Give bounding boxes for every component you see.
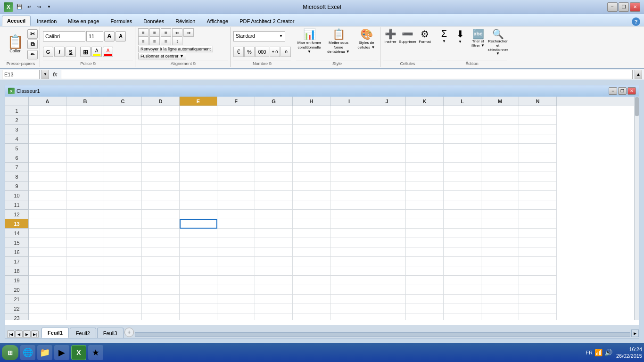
cell-C2[interactable] <box>104 115 142 125</box>
cell-C15[interactable] <box>104 238 142 247</box>
row-header-4[interactable]: 4 <box>5 134 29 144</box>
cell-K10[interactable] <box>406 191 444 200</box>
cell-F4[interactable] <box>217 134 255 144</box>
cell-N14[interactable] <box>519 229 557 238</box>
cell-I21[interactable] <box>330 295 368 304</box>
cell-G13[interactable] <box>255 219 293 229</box>
cell-M9[interactable] <box>481 181 519 191</box>
cell-L15[interactable] <box>444 238 481 247</box>
cell-B5[interactable] <box>66 144 104 153</box>
cell-E4[interactable] <box>180 134 217 144</box>
cell-B10[interactable] <box>66 191 104 200</box>
cell-L6[interactable] <box>444 153 481 163</box>
cell-F8[interactable] <box>217 172 255 181</box>
cell-E11[interactable] <box>180 200 217 210</box>
cell-M21[interactable] <box>481 295 519 304</box>
cell-L21[interactable] <box>444 295 481 304</box>
cell-H16[interactable] <box>293 247 330 257</box>
font-size-input[interactable] <box>86 31 103 41</box>
align-top-left-btn[interactable]: ≡ <box>138 28 149 37</box>
cell-K9[interactable] <box>406 181 444 191</box>
cell-F6[interactable] <box>217 153 255 163</box>
cell-I17[interactable] <box>330 257 368 266</box>
cell-H18[interactable] <box>293 266 330 276</box>
cell-L17[interactable] <box>444 257 481 266</box>
cell-N6[interactable] <box>519 153 557 163</box>
tab-insertion[interactable]: Insertion <box>32 16 62 26</box>
cell-M6[interactable] <box>481 153 519 163</box>
cell-B19[interactable] <box>66 276 104 285</box>
cell-D11[interactable] <box>142 200 180 210</box>
cell-M20[interactable] <box>481 285 519 295</box>
tab-donnees[interactable]: Données <box>138 16 169 26</box>
cell-N22[interactable] <box>519 304 557 313</box>
row-header-17[interactable]: 17 <box>5 257 29 266</box>
shrink-font-btn[interactable]: A <box>116 31 126 41</box>
col-header-M[interactable]: M <box>481 97 519 106</box>
cell-B1[interactable] <box>66 106 104 115</box>
cell-B16[interactable] <box>66 247 104 257</box>
border-btn[interactable]: ⊞ <box>80 47 91 57</box>
cell-F7[interactable] <box>217 163 255 172</box>
tab-scroll-right-btn[interactable]: ▶ <box>631 329 639 337</box>
cell-H8[interactable] <box>293 172 330 181</box>
row-header-10[interactable]: 10 <box>5 191 29 200</box>
cell-N15[interactable] <box>519 238 557 247</box>
cell-F21[interactable] <box>217 295 255 304</box>
increase-decimal-btn[interactable]: +.0 <box>270 47 280 57</box>
trier-btn[interactable]: 🔤 Trier etfiltrer ▼ <box>469 28 487 48</box>
cell-M16[interactable] <box>481 247 519 257</box>
cell-D17[interactable] <box>142 257 180 266</box>
cell-J17[interactable] <box>368 257 406 266</box>
tab-affichage[interactable]: Affichage <box>201 16 233 26</box>
cell-F10[interactable] <box>217 191 255 200</box>
alignement-expand-icon[interactable]: ⧉ <box>193 61 196 66</box>
conditional-format-btn[interactable]: 📊 Mise en formeconditionnelle ▼ <box>296 28 322 54</box>
cell-M10[interactable] <box>481 191 519 200</box>
cell-H7[interactable] <box>293 163 330 172</box>
cell-I3[interactable] <box>330 125 368 134</box>
cell-J16[interactable] <box>368 247 406 257</box>
cell-I22[interactable] <box>330 304 368 313</box>
cell-G3[interactable] <box>255 125 293 134</box>
cell-E14[interactable] <box>180 229 217 238</box>
cell-I1[interactable] <box>330 106 368 115</box>
cell-A6[interactable] <box>29 153 66 163</box>
cell-N11[interactable] <box>519 200 557 210</box>
cell-G14[interactable] <box>255 229 293 238</box>
row-header-20[interactable]: 20 <box>5 285 29 295</box>
cell-M13[interactable] <box>481 219 519 229</box>
cell-E20[interactable] <box>180 285 217 295</box>
wrap-text-btn[interactable]: Renvoyer à la ligne automatiquement <box>138 46 213 52</box>
row-header-7[interactable]: 7 <box>5 163 29 172</box>
taskbar-excel-btn[interactable]: X <box>71 345 86 360</box>
cell-B11[interactable] <box>66 200 104 210</box>
minimize-button[interactable]: − <box>607 2 618 12</box>
cell-A15[interactable] <box>29 238 66 247</box>
cell-J2[interactable] <box>368 115 406 125</box>
cell-C11[interactable] <box>104 200 142 210</box>
cell-A13[interactable] <box>29 219 66 229</box>
cell-A3[interactable] <box>29 125 66 134</box>
cell-L14[interactable] <box>444 229 481 238</box>
cell-C6[interactable] <box>104 153 142 163</box>
cell-M19[interactable] <box>481 276 519 285</box>
cell-K6[interactable] <box>406 153 444 163</box>
cell-K20[interactable] <box>406 285 444 295</box>
cell-D18[interactable] <box>142 266 180 276</box>
tab-mise-en-page[interactable]: Mise en page <box>63 16 104 26</box>
cell-E6[interactable] <box>180 153 217 163</box>
cell-D6[interactable] <box>142 153 180 163</box>
cell-K13[interactable] <box>406 219 444 229</box>
cell-I14[interactable] <box>330 229 368 238</box>
cell-J6[interactable] <box>368 153 406 163</box>
cell-L18[interactable] <box>444 266 481 276</box>
cell-E16[interactable] <box>180 247 217 257</box>
cell-E10[interactable] <box>180 191 217 200</box>
cell-F16[interactable] <box>217 247 255 257</box>
cell-K23[interactable] <box>406 313 444 320</box>
cell-M15[interactable] <box>481 238 519 247</box>
cell-K7[interactable] <box>406 163 444 172</box>
cell-B18[interactable] <box>66 266 104 276</box>
cell-H3[interactable] <box>293 125 330 134</box>
